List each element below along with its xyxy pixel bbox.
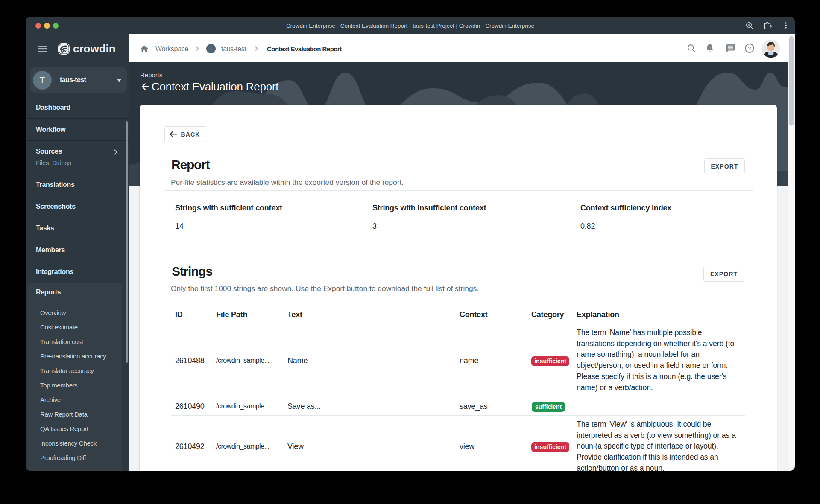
svg-text:?: ? <box>748 45 751 52</box>
